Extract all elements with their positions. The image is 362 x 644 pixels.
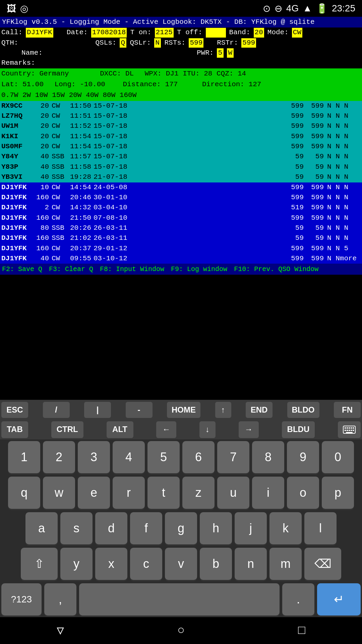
kbd-bldo-key[interactable]: BLDO — [287, 402, 319, 418]
kbd-dot-key[interactable]: . — [282, 583, 314, 615]
kbd-tab-key[interactable]: TAB — [1, 421, 28, 438]
date-value[interactable]: 17082018 — [91, 28, 127, 37]
kbd-y-key[interactable]: y — [60, 548, 93, 580]
prev-qso-row[interactable]: DJ1YFK80SSB20:2626-03-115959N N N — [0, 223, 362, 233]
kbd-shift-key[interactable]: ⇧ — [21, 548, 58, 580]
nav-recents-icon[interactable]: □ — [298, 624, 305, 638]
kbd-r-key[interactable]: r — [113, 477, 145, 509]
pwr-value[interactable]: 5 — [217, 48, 224, 58]
qslr-value[interactable]: N — [154, 38, 161, 48]
kbd-i-key[interactable]: i — [252, 477, 284, 509]
fn-key-label[interactable]: F8: Input Window — [100, 265, 164, 274]
kbd-enter-key[interactable]: ↵ — [317, 583, 361, 615]
kbd-s-key[interactable]: s — [60, 512, 93, 544]
log-row[interactable]: Y84Y40SSB11:5715-07-185959N N N — [0, 152, 362, 162]
kbd-w-key[interactable]: w — [43, 477, 75, 509]
kbd-6-key[interactable]: 6 — [182, 441, 215, 473]
kbd-7-key[interactable]: 7 — [217, 441, 249, 473]
fn-key-label[interactable]: F10: Prev. QSO Window — [234, 265, 318, 274]
kbd-backspace-key[interactable]: ⌫ — [304, 548, 341, 580]
kbd-h-key[interactable]: h — [200, 512, 232, 544]
nav-back-icon[interactable]: ▽ — [57, 623, 64, 638]
kbd-up-key[interactable]: ↑ — [215, 402, 231, 418]
log-row[interactable]: RX9CC20CW11:5015-07-18599599N N N — [0, 101, 362, 111]
kbd-123-key[interactable]: ?123 — [1, 583, 42, 615]
prev-qso-row[interactable]: DJ1YFK160CW20:4630-01-10599599N N N — [0, 193, 362, 203]
kbd-g-key[interactable]: g — [165, 512, 197, 544]
fn-key-label[interactable]: F2: Save Q — [2, 265, 42, 274]
toff-value[interactable] — [206, 28, 226, 37]
prev-qso-row[interactable]: DJ1YFK40CW09:5503-10-12599599N Nmore — [0, 254, 362, 264]
prev-qso-row[interactable]: DJ1YFK10CW14:5424-05-08599599N N N — [0, 182, 362, 193]
kbd-fn-key[interactable]: FN — [334, 402, 361, 418]
kbd-end-key[interactable]: END — [246, 402, 273, 418]
cqz-value: 14 — [238, 70, 246, 77]
kbd-space-key[interactable] — [79, 583, 280, 615]
fn-key-label[interactable]: F9: Log window — [171, 265, 227, 274]
kbd-e-key[interactable]: e — [78, 477, 110, 509]
rstr-value[interactable]: 599 — [241, 38, 256, 48]
log-row[interactable]: YB3VI40SSB19:2821-07-185959N N N — [0, 172, 362, 182]
mode-value[interactable]: CW — [292, 28, 302, 37]
log-row[interactable]: US0MF20CW11:5415-07-18599599N N N — [0, 142, 362, 152]
kbd-slash-key[interactable]: / — [43, 402, 70, 418]
kbd-u-key[interactable]: u — [217, 477, 249, 509]
prev-qso-row[interactable]: DJ1YFK160CW21:5007-08-10599599N N N — [0, 213, 362, 223]
kbd-z-key[interactable]: z — [182, 477, 215, 509]
kbd-down-key[interactable]: ↓ — [199, 421, 216, 438]
kbd-keyboard-icon[interactable] — [338, 421, 361, 438]
rsts-value[interactable]: 599 — [189, 38, 203, 48]
kbd-o-key[interactable]: o — [287, 477, 319, 509]
kbd-9-key[interactable]: 9 — [287, 441, 319, 473]
log-row[interactable]: LZ7HQ20CW11:5115-07-18599599N N N — [0, 111, 362, 121]
kbd-esc-key[interactable]: ESC — [1, 402, 28, 418]
kbd-q-key[interactable]: q — [8, 477, 40, 509]
band-value[interactable]: 20 — [254, 28, 264, 37]
country-label: Country: — [1, 70, 39, 77]
kbd-8-key[interactable]: 8 — [252, 441, 284, 473]
log-row[interactable]: UW1M20CW11:5215-07-18599599N N N — [0, 121, 362, 131]
kbd-alt-key[interactable]: ALT — [107, 421, 133, 438]
kbd-v-key[interactable]: v — [165, 548, 197, 580]
kbd-comma-key[interactable]: , — [44, 583, 76, 615]
call-value[interactable]: DJ1YFK — [26, 28, 53, 37]
prev-qso-row[interactable]: DJ1YFK2CW14:3203-04-10519599N N N — [0, 203, 362, 213]
kbd-pipe-key[interactable]: | — [84, 402, 111, 418]
kbd-m-key[interactable]: m — [269, 548, 302, 580]
kbd-5-key[interactable]: 5 — [147, 441, 180, 473]
kbd-zxcv-row: ⇧ y x c v b n m ⌫ — [0, 546, 362, 582]
log-row[interactable]: Y83P40SSB11:5815-07-185959N N N — [0, 162, 362, 172]
kbd-2-key[interactable]: 2 — [43, 441, 75, 473]
kbd-d-key[interactable]: d — [95, 512, 127, 544]
rstr-label: RSTr: — [217, 38, 238, 48]
kbd-b-key[interactable]: b — [200, 548, 232, 580]
kbd-c-key[interactable]: c — [130, 548, 162, 580]
nav-home-icon[interactable]: ○ — [177, 624, 185, 638]
kbd-x-key[interactable]: x — [95, 548, 127, 580]
kbd-a-key[interactable]: a — [25, 512, 58, 544]
kbd-t-key[interactable]: t — [147, 477, 180, 509]
kbd-k-key[interactable]: k — [269, 512, 302, 544]
kbd-j-key[interactable]: j — [235, 512, 267, 544]
kbd-1-key[interactable]: 1 — [8, 441, 40, 473]
kbd-dash-key[interactable]: - — [126, 402, 153, 418]
ton-value[interactable]: 2125 — [155, 28, 174, 37]
kbd-3-key[interactable]: 3 — [78, 441, 110, 473]
prev-qso-row[interactable]: DJ1YFK160CW20:3729-01-12599599N N 5 — [0, 244, 362, 254]
kbd-n-key[interactable]: n — [235, 548, 267, 580]
kbd-home-key[interactable]: HOME — [167, 402, 200, 418]
kbd-l-key[interactable]: l — [304, 512, 337, 544]
pwr-unit: W — [227, 48, 234, 58]
fn-key-label[interactable]: F3: Clear Q — [49, 265, 93, 274]
kbd-right-key[interactable]: → — [239, 421, 259, 438]
log-row[interactable]: K1KI20CW11:5415-07-18599599N N N — [0, 131, 362, 142]
kbd-ctrl-key[interactable]: CTRL — [51, 421, 83, 438]
kbd-4-key[interactable]: 4 — [113, 441, 145, 473]
kbd-f-key[interactable]: f — [130, 512, 162, 544]
kbd-p-key[interactable]: p — [322, 477, 354, 509]
kbd-left-key[interactable]: ← — [156, 421, 176, 438]
kbd-bldu-key[interactable]: BLDU — [282, 421, 315, 438]
qsls-value[interactable]: Q — [120, 38, 126, 48]
kbd-0-key[interactable]: 0 — [322, 441, 354, 473]
prev-qso-row[interactable]: DJ1YFK160SSB21:0226-03-115959N N N — [0, 233, 362, 243]
